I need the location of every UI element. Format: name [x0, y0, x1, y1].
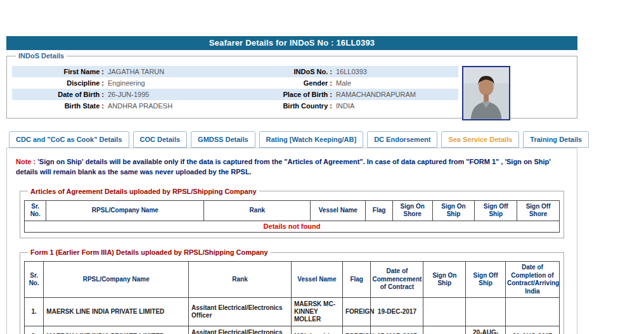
form1-header-vessel: Vessel Name — [291, 262, 342, 298]
indos-details-legend: INDoS Details — [16, 52, 67, 60]
info-row-first-name: First Name : JAGATHA TARUN INDoS No. : 1… — [12, 66, 458, 77]
articles-header-sr-no: Sr. No. — [25, 200, 46, 221]
birth-country-label: Birth Country : — [237, 100, 332, 112]
seafarer-details-page: Seafarer Details for INDoS No : 16LL0393… — [6, 36, 577, 334]
info-row-discipline: Discipline : Engineering Gender : Male — [12, 77, 458, 89]
form1-cell-vessel: MAERSK MC-KINNEY MOLLER — [291, 298, 342, 326]
info-row-date-of-birth: Date of Birth : 26-JUN-1995 Place of Bir… — [12, 89, 458, 100]
form1-cell-completion-date: 21-AUG-2017 — [505, 326, 559, 334]
discipline-label: Discipline : — [12, 77, 104, 89]
articles-header-flag: Flag — [366, 200, 393, 221]
gender-value: Male — [332, 77, 458, 89]
form1-cell-commencement-date: 15-MAR-2017 — [371, 326, 423, 334]
gender-label: Gender : — [237, 77, 332, 89]
articles-of-agreement-table: Sr. No. RPSL/Company Name Rank Vessel Na… — [24, 200, 560, 233]
discipline-value: Engineering — [104, 77, 237, 89]
articles-header-vessel: Vessel Name — [311, 200, 366, 221]
form1-header-sign-off-ship: Sign Off Ship — [466, 262, 506, 298]
tab-dc-endorsement[interactable]: DC Endorsement — [367, 131, 437, 148]
form1-section: Form 1 (Earlier Form IIIA) Details uploa… — [20, 248, 564, 334]
tab-cdc-coc-as-cook-details[interactable]: CDC and "CoC as Cook" Details — [9, 131, 129, 148]
articles-header-sign-off-shore: Sign Off Shore — [517, 200, 560, 221]
form1-cell-commencement-date: 19-DEC-2017 — [371, 298, 423, 326]
tab-training-details[interactable]: Training Details — [523, 131, 589, 148]
articles-header-company: RPSL/Company Name — [46, 200, 204, 221]
date-of-birth-value: 26-JUN-1995 — [104, 89, 237, 100]
form1-legend: Form 1 (Earlier Form IIIA) Details uploa… — [28, 248, 271, 256]
indos-info-rows: First Name : JAGATHA TARUN INDoS No. : 1… — [12, 66, 458, 112]
page-title: Seafarer Details for INDoS No : 16LL0393 — [6, 36, 577, 50]
form1-header-completion-date: Date of Completion of Contract/Arriving … — [505, 262, 559, 298]
sea-service-details-panel: Note : 'Sign on Ship' details will be av… — [6, 148, 577, 334]
place-of-birth-label: Place of Birth : — [237, 89, 332, 100]
tab-coc-details[interactable]: COC Details — [133, 131, 188, 148]
form1-header-sign-on-ship: Sign On Ship — [423, 262, 466, 298]
form1-cell-company: MAERSK LINE INDIA PRIVATE LIMITED — [44, 326, 189, 334]
articles-empty-row: Details not found — [25, 221, 560, 232]
indos-no-label: INDoS No. : — [237, 66, 332, 77]
birth-state-label: Birth State : — [12, 100, 104, 112]
form1-cell-sign-on-ship — [423, 326, 466, 334]
first-name-value: JAGATHA TARUN — [104, 66, 237, 77]
form1-header-rank: Rank — [189, 262, 292, 298]
date-of-birth-label: Date of Birth : — [12, 89, 104, 100]
form1-header-row: Sr. No. RPSL/Company Name Rank Vessel Na… — [25, 262, 560, 298]
birth-country-value: INDIA — [332, 100, 458, 112]
tab-gmdss-details[interactable]: GMDSS Details — [191, 131, 255, 148]
table-row: 1. MAERSK LINE INDIA PRIVATE LIMITED Ass… — [25, 298, 560, 326]
note-text: 'Sign on Ship' details will be available… — [16, 158, 551, 176]
form1-header-commencement-date: Date of Commencement of Contract — [371, 262, 423, 298]
tab-rating-watch-keeping-ab[interactable]: Rating [Watch Keeping/AB] — [259, 131, 364, 148]
articles-header-row: Sr. No. RPSL/Company Name Rank Vessel Na… — [25, 200, 560, 221]
first-name-label: First Name : — [12, 66, 104, 77]
birth-state-value: ANDHRA PRADESH — [104, 100, 237, 112]
form1-cell-completion-date — [505, 298, 559, 326]
seafarer-photo — [462, 66, 510, 120]
articles-header-sign-off-ship: Sign Off Ship — [475, 200, 517, 221]
articles-of-agreement-section: Articles of Agreement Details uploaded b… — [20, 188, 564, 238]
articles-header-sign-on-ship: Sign On Ship — [432, 200, 475, 221]
seafarer-photo-image — [463, 67, 509, 119]
articles-of-agreement-legend: Articles of Agreement Details uploaded b… — [28, 188, 259, 195]
form1-cell-flag: FOREIGN — [342, 298, 371, 326]
table-row: 2. MAERSK LINE INDIA PRIVATE LIMITED Ass… — [25, 326, 560, 334]
form1-header-company: RPSL/Company Name — [44, 262, 189, 298]
form1-cell-rank: Assitant Electrical/Electronics Officer — [189, 298, 292, 326]
indos-no-value: 16LL0393 — [332, 66, 458, 77]
articles-header-sign-on-shore: Sign On Shore — [392, 200, 432, 221]
form1-cell-sign-on-ship — [423, 298, 466, 326]
tab-sea-service-details[interactable]: Sea Service Details — [441, 131, 519, 148]
note-prefix: Note : — [16, 158, 35, 165]
sign-on-ship-note: Note : 'Sign on Ship' details will be av… — [16, 157, 568, 177]
form1-cell-company: MAERSK LINE INDIA PRIVATE LIMITED — [44, 298, 189, 326]
form1-header-sr-no: Sr. No. — [25, 262, 44, 298]
form1-table: Sr. No. RPSL/Company Name Rank Vessel Na… — [24, 261, 560, 334]
articles-header-rank: Rank — [204, 200, 311, 221]
form1-cell-rank: Assitant Electrical/Electronics Officer — [189, 326, 292, 334]
info-row-birth-state: Birth State : ANDHRA PRADESH Birth Count… — [12, 100, 458, 112]
form1-cell-vessel: MOL Londrina — [291, 326, 342, 334]
form1-cell-sign-off-ship — [466, 298, 506, 326]
form1-cell-sr-no: 2. — [25, 326, 44, 334]
form1-cell-flag: FOREIGN — [342, 326, 371, 334]
detail-tabs: CDC and "CoC as Cook" Details COC Detail… — [6, 131, 577, 148]
indos-details-section: INDoS Details First Name : JAGATHA TARUN… — [6, 52, 577, 119]
form1-cell-sign-off-ship: 20-AUG-2017 — [466, 326, 506, 334]
place-of-birth-value: RAMACHANDRAPURAM — [332, 89, 458, 100]
form1-header-flag: Flag — [342, 262, 371, 298]
form1-cell-sr-no: 1. — [25, 298, 44, 326]
details-not-found-message: Details not found — [25, 221, 560, 232]
